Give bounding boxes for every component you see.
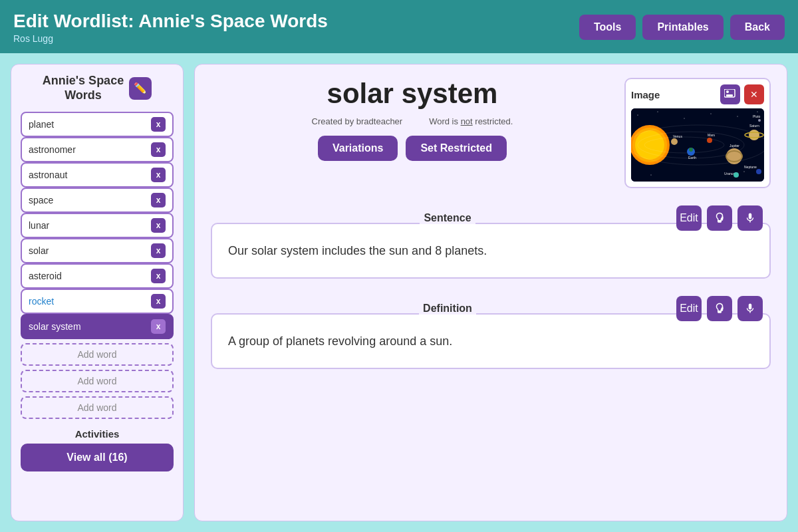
svg-point-32 [756, 169, 761, 174]
image-gallery-button[interactable] [720, 84, 740, 104]
word-item-asteroid[interactable]: asteroidx [21, 263, 174, 289]
created-by: Created by bradteacher [312, 116, 403, 126]
gallery-icon [724, 89, 736, 100]
sentence-mic-button[interactable] [737, 205, 763, 231]
word-item-rocket[interactable]: rocketx [21, 289, 174, 314]
mic-icon-def [744, 303, 756, 315]
image-box: Image ✕ [624, 78, 771, 188]
definition-mic-button[interactable] [737, 296, 763, 321]
main-content: Annie's SpaceWords ✏️ planetxastronomerx… [0, 53, 798, 532]
remove-word-lunar[interactable]: x [151, 218, 166, 233]
definition-content: A group of planets revolving around a su… [212, 315, 769, 368]
header: Edit Wordlist: Annie's Space Words Ros L… [0, 0, 798, 53]
sidebar: Annie's SpaceWords ✏️ planetxastronomerx… [11, 64, 184, 521]
svg-point-28 [749, 130, 759, 140]
meta-row: Created by bradteacher Word is not restr… [312, 116, 513, 126]
remove-word-planet[interactable]: x [151, 117, 166, 132]
remove-word-solar-system[interactable]: x [151, 319, 166, 334]
right-panel: solar system Created by bradteacher Word… [194, 64, 787, 521]
remove-word-solar[interactable]: x [151, 243, 166, 258]
definition-actions: Edit [676, 296, 763, 321]
page-title: Edit Wordlist: Annie's Space Words [13, 11, 328, 32]
word-header-row: solar system Created by bradteacher Word… [211, 78, 771, 188]
sentence-edit-button[interactable]: Edit [676, 205, 702, 231]
view-all-button[interactable]: View all (16) [21, 444, 174, 471]
definition-label: Definition [419, 303, 476, 315]
restriction-text: Word is not restricted. [429, 116, 513, 126]
sidebar-header: Annie's SpaceWords ✏️ [21, 74, 174, 102]
svg-text:Venus: Venus [673, 134, 682, 138]
svg-point-10 [651, 175, 652, 176]
svg-text:Jupiter: Jupiter [730, 144, 739, 148]
svg-text:Saturn: Saturn [749, 124, 759, 128]
word-item-planet[interactable]: planetx [21, 112, 174, 137]
mic-icon [744, 212, 756, 224]
definition-section: Definition Edit A group [211, 296, 771, 369]
svg-point-5 [658, 112, 658, 112]
svg-point-18 [671, 138, 678, 145]
svg-point-7 [711, 114, 712, 114]
remove-word-rocket[interactable]: x [151, 294, 166, 309]
svg-point-11 [744, 172, 745, 172]
activities-section: Activities View all (16) [21, 428, 174, 471]
definition-edit-button[interactable]: Edit [676, 296, 702, 321]
image-label: Image [631, 89, 660, 100]
sentence-actions: Edit [676, 205, 763, 231]
sidebar-title: Annie's SpaceWords [43, 74, 124, 102]
svg-text:Earth: Earth [688, 156, 696, 160]
sentence-section: Sentence Edit Our solar [211, 205, 771, 279]
variations-button[interactable]: Variations [318, 136, 398, 161]
sentence-content: Our solar system includes the sun and 8 … [212, 224, 769, 277]
edit-wordlist-button[interactable]: ✏️ [129, 77, 152, 100]
word-item-lunar[interactable]: lunarx [21, 213, 174, 238]
header-subtitle: Ros Lugg [13, 33, 328, 44]
definition-listen-button[interactable] [707, 296, 732, 321]
word-item-astronomer[interactable]: astronomerx [21, 137, 174, 162]
svg-point-2 [726, 90, 729, 93]
sentence-card: Our solar system includes the sun and 8 … [211, 223, 771, 279]
svg-point-36 [758, 119, 761, 122]
svg-point-6 [684, 118, 685, 119]
sentence-label: Sentence [420, 212, 475, 224]
remove-word-astronomer[interactable]: x [151, 142, 166, 157]
word-main-info: solar system Created by bradteacher Word… [211, 78, 614, 161]
word-item-astronaut[interactable]: astronautx [21, 162, 174, 188]
tools-button[interactable]: Tools [579, 15, 636, 40]
remove-word-asteroid[interactable]: x [151, 269, 166, 283]
solar-system-svg: Venus Earth Mars Jupiter [631, 108, 764, 182]
svg-point-23 [707, 138, 712, 143]
add-word-1[interactable]: Add word [21, 343, 174, 366]
header-left: Edit Wordlist: Annie's Space Words Ros L… [13, 11, 328, 44]
svg-text:Mars: Mars [708, 133, 716, 137]
word-list: planetxastronomerxastronautxspacexlunarx… [21, 112, 174, 339]
svg-point-34 [733, 172, 739, 178]
main-word: solar system [327, 78, 498, 110]
svg-text:Pluto: Pluto [753, 114, 761, 118]
remove-word-astronaut[interactable]: x [151, 168, 166, 182]
back-button[interactable]: Back [730, 15, 785, 40]
svg-point-8 [737, 116, 738, 117]
svg-point-9 [757, 112, 758, 112]
header-buttons: Tools Printables Back [579, 15, 785, 40]
add-word-3[interactable]: Add word [21, 396, 174, 419]
add-word-2[interactable]: Add word [21, 370, 174, 392]
image-close-button[interactable]: ✕ [744, 84, 764, 104]
svg-point-14 [635, 130, 664, 160]
ear-icon [714, 212, 726, 224]
word-item-space[interactable]: spacex [21, 188, 174, 213]
sentence-listen-button[interactable] [707, 205, 732, 231]
solar-system-image: Venus Earth Mars Jupiter [631, 108, 764, 182]
svg-point-4 [638, 115, 638, 116]
action-buttons: Variations Set Restricted [318, 136, 507, 161]
svg-point-21 [689, 148, 693, 152]
remove-word-space[interactable]: x [151, 193, 166, 207]
svg-rect-1 [726, 94, 733, 96]
set-restricted-button[interactable]: Set Restricted [406, 136, 507, 161]
printables-button[interactable]: Printables [642, 15, 723, 40]
svg-text:Neptune: Neptune [744, 165, 757, 169]
word-item-solar[interactable]: solarx [21, 238, 174, 263]
word-item-solar-system[interactable]: solar systemx [21, 314, 174, 339]
definition-card: A group of planets revolving around a su… [211, 313, 771, 369]
image-box-header: Image ✕ [631, 84, 764, 104]
ear-icon-def [714, 303, 726, 315]
